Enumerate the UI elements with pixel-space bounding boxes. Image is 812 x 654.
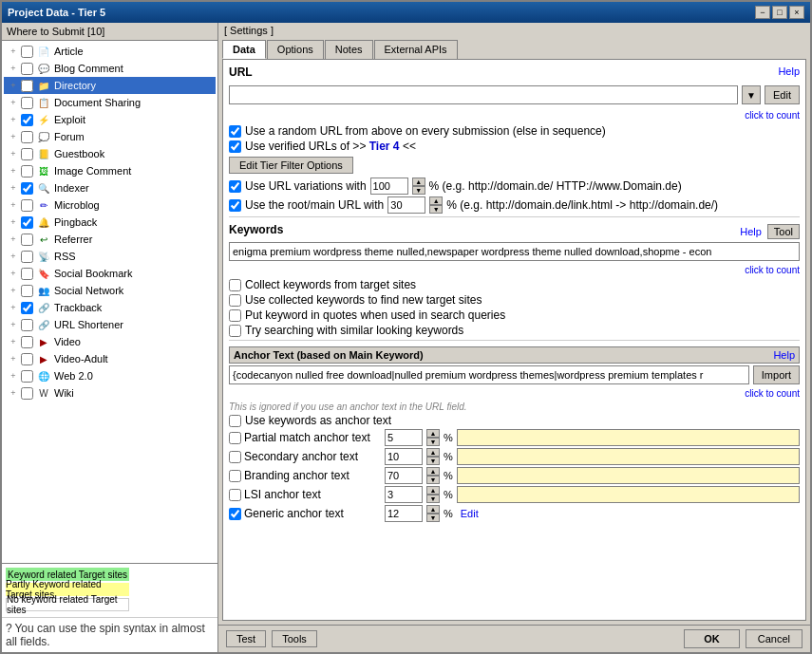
expand-video[interactable]: + (6, 334, 21, 349)
url-variations-spinner[interactable]: ▲ ▼ (412, 178, 425, 195)
generic-anchor-spinner[interactable]: ▲ ▼ (426, 505, 440, 522)
expand-web2[interactable]: + (6, 368, 21, 383)
secondary-anchor-num[interactable] (385, 448, 423, 465)
root-url-spinner[interactable]: ▲ ▼ (429, 196, 443, 214)
partial-anchor-checkbox[interactable] (229, 432, 241, 444)
expand-video-adult[interactable]: + (6, 351, 21, 366)
put-kw-quotes-checkbox[interactable] (229, 309, 241, 322)
generic-anchor-num[interactable] (385, 505, 423, 522)
generic-anchor-down[interactable]: ▼ (426, 514, 440, 522)
checkbox-blog[interactable] (21, 63, 33, 75)
ok-button[interactable]: OK (684, 629, 740, 648)
tree-item-doc-sharing[interactable]: + 📋 Document Sharing (4, 94, 216, 111)
tab-options[interactable]: Options (267, 40, 324, 59)
url-variations-num[interactable] (370, 178, 408, 195)
expand-url-shortener[interactable]: + (6, 317, 21, 332)
branding-anchor-checkbox[interactable] (229, 470, 241, 482)
lsi-anchor-checkbox[interactable] (229, 489, 241, 501)
checkbox-url-shortener[interactable] (21, 319, 33, 331)
tree-item-article[interactable]: + 📄 Article (4, 43, 216, 60)
tree-item-blog-comment[interactable]: + 💬 Blog Comment (4, 60, 216, 77)
checkbox-microblog[interactable] (21, 199, 33, 212)
minimize-button[interactable]: − (755, 6, 770, 19)
lsi-anchor-field[interactable] (457, 486, 800, 503)
expand-social-bookmark[interactable]: + (6, 266, 21, 281)
tab-notes[interactable]: Notes (325, 40, 373, 59)
tab-external-apis[interactable]: External APIs (374, 40, 458, 59)
url-variations-up[interactable]: ▲ (412, 178, 425, 186)
use-collected-kw-checkbox[interactable] (229, 294, 241, 307)
url-input[interactable] (229, 85, 738, 104)
tree-item-social-bookmark[interactable]: + 🔖 Social Bookmark (4, 265, 216, 282)
checkbox-doc[interactable] (21, 97, 33, 109)
root-url-num[interactable] (387, 196, 425, 214)
partial-anchor-up[interactable]: ▲ (426, 429, 440, 438)
generic-anchor-checkbox[interactable] (229, 508, 241, 520)
lsi-anchor-down[interactable]: ▼ (426, 495, 440, 503)
tree-item-video[interactable]: + ▶ Video (4, 333, 216, 350)
checkbox-video-adult[interactable] (21, 353, 33, 365)
tree-item-exploit[interactable]: + ⚡ Exploit (4, 111, 216, 128)
expand-wiki[interactable]: + (6, 385, 21, 401)
expand-article[interactable]: + (6, 44, 21, 59)
tree-item-social-network[interactable]: + 👥 Social Network (4, 282, 216, 299)
keywords-click-to-count[interactable]: click to count (745, 265, 800, 275)
tree-item-video-adult[interactable]: + ▶ Video-Adult (4, 350, 216, 367)
checkbox-guestbook[interactable] (21, 148, 33, 160)
anchor-help-link[interactable]: Help (773, 349, 795, 361)
url-help-link[interactable]: Help (778, 65, 800, 77)
checkbox-indexer[interactable] (21, 182, 33, 195)
tree-item-referrer[interactable]: + ↩ Referrer (4, 231, 216, 248)
branding-anchor-up[interactable]: ▲ (426, 467, 440, 476)
expand-indexer[interactable]: + (6, 180, 21, 196)
use-kw-as-anchor-checkbox[interactable] (229, 415, 241, 427)
keywords-help-link[interactable]: Help (740, 226, 762, 237)
url-dropdown-button[interactable]: ▼ (742, 85, 761, 104)
tree-item-rss[interactable]: + 📡 RSS (4, 248, 216, 265)
checkbox-wiki[interactable] (21, 387, 33, 400)
edit-tier-button[interactable]: Edit Tier Filter Options (229, 157, 353, 174)
secondary-anchor-spinner[interactable]: ▲ ▼ (426, 448, 440, 465)
secondary-anchor-up[interactable]: ▲ (426, 448, 440, 457)
tree-item-trackback[interactable]: + 🔗 Trackback (4, 299, 216, 316)
tree-item-microblog[interactable]: + ✏ Microblog (4, 196, 216, 214)
branding-anchor-down[interactable]: ▼ (426, 476, 440, 484)
lsi-anchor-spinner[interactable]: ▲ ▼ (426, 486, 440, 503)
expand-trackback[interactable]: + (6, 300, 21, 315)
expand-guestbook[interactable]: + (6, 146, 21, 161)
partial-anchor-field[interactable] (457, 429, 800, 446)
expand-doc[interactable]: + (6, 95, 21, 110)
checkbox-social-bookmark[interactable] (21, 268, 33, 280)
tab-data[interactable]: Data (222, 40, 266, 59)
checkbox-trackback[interactable] (21, 302, 33, 314)
checkbox-imgcomment[interactable] (21, 165, 33, 178)
tree-item-image-comment[interactable]: + 🖼 Image Comment (4, 162, 216, 179)
expand-blog[interactable]: + (6, 61, 21, 76)
checkbox-exploit[interactable] (21, 114, 33, 126)
checkbox-social-network[interactable] (21, 285, 33, 297)
tree-item-web2[interactable]: + 🌐 Web 2.0 (4, 367, 216, 384)
generic-anchor-edit-link[interactable]: Edit (461, 508, 479, 519)
checkbox-rss[interactable] (21, 251, 33, 263)
tree-item-pingback[interactable]: + 🔔 Pingback (4, 214, 216, 231)
url-click-to-count[interactable]: click to count (745, 110, 800, 121)
expand-social-network[interactable]: + (6, 283, 21, 298)
branding-anchor-field[interactable] (457, 467, 800, 484)
branding-anchor-num[interactable] (385, 467, 423, 484)
anchor-click-to-count[interactable]: click to count (745, 388, 800, 399)
expand-pingback[interactable]: + (6, 215, 21, 230)
expand-rss[interactable]: + (6, 249, 21, 264)
url-edit-button[interactable]: Edit (765, 85, 800, 104)
keywords-tool-button[interactable]: Tool (767, 224, 800, 239)
anchor-import-button[interactable]: Import (753, 365, 800, 384)
checkbox-video[interactable] (21, 336, 33, 348)
tree-item-indexer[interactable]: + 🔍 Indexer (4, 179, 216, 196)
random-url-checkbox[interactable] (229, 125, 241, 138)
tree-item-url-shortener[interactable]: + 🔗 URL Shortener (4, 316, 216, 333)
partial-anchor-down[interactable]: ▼ (426, 438, 440, 446)
branding-anchor-spinner[interactable]: ▲ ▼ (426, 467, 440, 484)
test-button[interactable]: Test (226, 630, 266, 647)
verified-url-checkbox[interactable] (229, 140, 241, 153)
checkbox-web2[interactable] (21, 370, 33, 383)
checkbox-referrer[interactable] (21, 234, 33, 246)
